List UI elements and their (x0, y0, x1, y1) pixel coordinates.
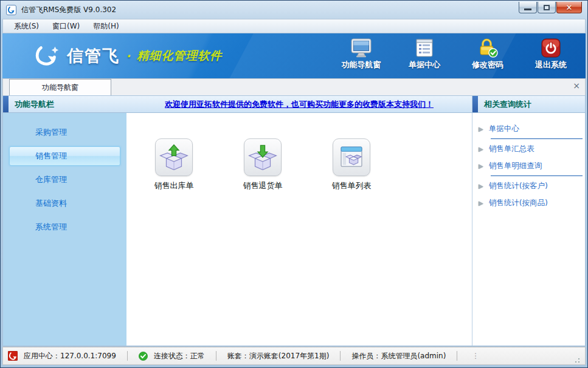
query-item-label: 销售统计(按商品) (489, 198, 548, 208)
status-separator (340, 351, 341, 361)
status-app-center: 应用中心：127.0.0.1:7099 (24, 351, 116, 361)
status-separator (216, 351, 216, 361)
nav-panel-header: 功能导航栏 (3, 96, 126, 112)
status-separator (127, 351, 128, 361)
shortcut-label: 销售单列表 (332, 180, 372, 191)
brand-slogan: 精细化管理软件 (137, 48, 222, 64)
maximize-button[interactable] (538, 2, 556, 13)
query-panel: ▶ 单据中心 ▶ 销售单汇总表 ▶ 销售单明细查询 ▶ 销售统计(按客户) ▶ … (472, 113, 585, 346)
menu-window[interactable]: 窗口(W) (46, 19, 86, 33)
sidebar-item-sales[interactable]: 销售管理 (9, 146, 120, 166)
document-list-icon (415, 38, 434, 58)
triangle-bullet-icon: ▶ (479, 126, 483, 132)
triangle-bullet-icon: ▶ (479, 183, 483, 189)
app-logo-icon (6, 5, 16, 15)
app-window: 信管飞RMS免费版 V9.0.302 ✕ 系统(S) 窗口(W) 帮助(H) 信… (0, 0, 588, 368)
box-arrow-up-icon (155, 138, 193, 176)
query-item-label: 单据中心 (489, 124, 519, 134)
tab-close-icon[interactable]: × (573, 81, 580, 90)
triangle-bullet-icon: ▶ (479, 200, 483, 206)
brand-name: 信管飞 (67, 45, 120, 67)
app-center-icon (8, 351, 18, 361)
query-item-sales-detail[interactable]: ▶ 销售单明细查询 (472, 158, 585, 173)
tool-change-password[interactable]: 修改密码 (464, 38, 511, 70)
banner-toolbar: 功能导航窗 单据中心 (337, 38, 575, 70)
maximize-icon (544, 5, 550, 10)
query-item-label: 销售单汇总表 (489, 144, 534, 154)
status-connection: 连接状态：正常 (154, 351, 205, 361)
group-separator (491, 138, 583, 139)
nav-panel-title: 功能导航栏 (15, 99, 54, 110)
triangle-bullet-icon: ▶ (479, 163, 483, 169)
status-separator (457, 351, 457, 361)
sidebar-item-purchase[interactable]: 采购管理 (9, 123, 120, 142)
tool-nav-window[interactable]: 功能导航窗 (337, 38, 385, 70)
tab-strip: 功能导航窗 × (2, 78, 586, 95)
minimize-button[interactable] (519, 2, 537, 13)
lock-check-icon (477, 38, 498, 58)
brand-logo-icon (34, 44, 61, 68)
close-icon: ✕ (566, 4, 573, 12)
tool-exit-system[interactable]: 退出系统 (527, 38, 575, 70)
accent-bar (472, 96, 478, 112)
triangle-bullet-icon: ▶ (479, 146, 483, 152)
sidebar-item-system[interactable]: 系统管理 (9, 217, 120, 237)
tool-doc-center[interactable]: 单据中心 (401, 38, 448, 70)
shortcut-sales-return[interactable]: 销售退货单 (233, 138, 292, 191)
connection-ok-icon (139, 352, 148, 361)
monitor-icon (350, 38, 372, 58)
status-drag-dots: ⋮ (472, 352, 479, 360)
query-panel-title: 相关查询统计 (484, 99, 531, 110)
query-panel-header: 相关查询统计 (472, 96, 585, 112)
accent-bar (3, 96, 9, 112)
query-item-doc-center[interactable]: ▶ 单据中心 (472, 121, 585, 136)
resize-grip[interactable] (573, 356, 580, 363)
welcome-link[interactable]: 欢迎使用亚拓软件提供的免费软件，也可购买功能更多的收费版本支持我们！ (165, 99, 434, 110)
nav-sidebar: 采购管理 销售管理 仓库管理 基础资料 系统管理 (3, 113, 126, 346)
tool-nav-window-label: 功能导航窗 (342, 60, 381, 70)
tab-nav-window[interactable]: 功能导航窗 (9, 79, 111, 95)
shortcut-row: 销售出库单 销售退货单 (126, 113, 472, 191)
brand: 信管飞 · 精细化管理软件 (34, 44, 222, 68)
sidebar-item-basic-data[interactable]: 基础资料 (9, 194, 120, 213)
group-separator (491, 175, 583, 176)
shortcut-label: 销售退货单 (243, 180, 283, 191)
power-icon (541, 38, 561, 58)
tool-doc-center-label: 单据中心 (409, 60, 440, 70)
tool-change-password-label: 修改密码 (472, 60, 503, 70)
shortcut-sales-outbound[interactable]: 销售出库单 (145, 138, 203, 191)
query-item-stats-customer[interactable]: ▶ 销售统计(按客户) (472, 179, 585, 193)
minimize-icon (524, 9, 531, 10)
menu-bar: 系统(S) 窗口(W) 帮助(H) (2, 19, 586, 33)
menu-help[interactable]: 帮助(H) (87, 19, 125, 33)
status-bar: 应用中心：127.0.0.1:7099 连接状态：正常 账套：演示账套(2017… (2, 347, 586, 365)
status-operator: 操作员：系统管理员(admin) (351, 351, 446, 361)
query-item-stats-product[interactable]: ▶ 销售统计(按商品) (472, 196, 585, 210)
shortcut-sales-list[interactable]: 销售单列表 (322, 138, 381, 191)
tool-exit-system-label: 退出系统 (535, 60, 567, 70)
window-title: 信管飞RMS免费版 V9.0.302 (20, 5, 515, 15)
welcome-bar: 欢迎使用亚拓软件提供的免费软件，也可购买功能更多的收费版本支持我们！ (126, 96, 472, 112)
banner: 信管飞 · 精细化管理软件 功能导航窗 (2, 33, 586, 78)
status-account: 账套：演示账套(2017年第1期) (227, 351, 330, 361)
brand-slogan-sep: · (126, 49, 131, 63)
query-item-label: 销售单明细查询 (489, 161, 542, 171)
title-bar: 信管飞RMS免费版 V9.0.302 ✕ (2, 1, 586, 19)
main-panel: 销售出库单 销售退货单 (126, 113, 472, 346)
sidebar-item-warehouse[interactable]: 仓库管理 (9, 170, 120, 189)
content-area: 采购管理 销售管理 仓库管理 基础资料 系统管理 (2, 113, 586, 346)
shortcut-label: 销售出库单 (154, 180, 194, 191)
query-item-sales-summary[interactable]: ▶ 销售单汇总表 (472, 141, 585, 156)
window-list-icon (333, 138, 370, 176)
box-arrow-down-icon (244, 138, 282, 176)
section-header-strip: 功能导航栏 欢迎使用亚拓软件提供的免费软件，也可购买功能更多的收费版本支持我们！… (2, 95, 586, 113)
menu-system[interactable]: 系统(S) (8, 19, 45, 33)
close-button[interactable]: ✕ (556, 2, 582, 13)
query-item-label: 销售统计(按客户) (489, 181, 548, 191)
